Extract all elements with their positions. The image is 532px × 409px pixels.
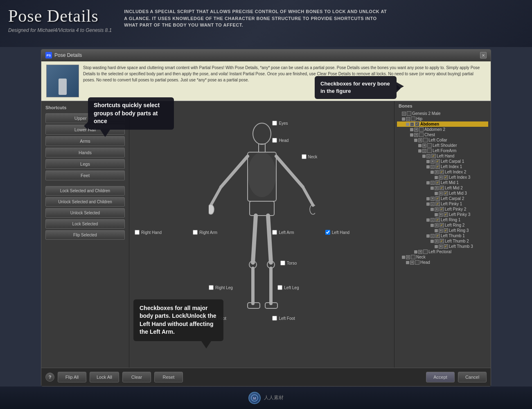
clear-button[interactable]: Clear — [122, 372, 151, 382]
checkbox-left-arm-input[interactable] — [272, 230, 277, 235]
bone-expand-icon[interactable]: - — [406, 117, 410, 121]
reset-button[interactable]: Reset — [154, 372, 183, 382]
checkbox-eyes[interactable]: Eyes — [272, 121, 288, 126]
bone-checkbox[interactable] — [440, 186, 444, 190]
checkbox-right-arm[interactable]: Right Arm — [193, 230, 217, 235]
bone-item[interactable]: +Left Pinky 2 — [397, 207, 488, 212]
checkbox-right-leg[interactable]: Right Leg — [209, 285, 233, 290]
bone-expand-icon[interactable]: + — [439, 175, 443, 180]
bone-expand-icon[interactable]: - — [431, 202, 435, 206]
bone-item[interactable]: +Left Index 2 — [397, 169, 488, 175]
bone-expand-icon[interactable]: - — [431, 234, 435, 238]
bone-expand-icon[interactable]: + — [439, 229, 443, 233]
bone-checkbox[interactable] — [419, 127, 424, 132]
bone-checkbox[interactable] — [440, 207, 444, 211]
shortcut-feet[interactable]: Feet — [45, 171, 125, 180]
bone-checkbox[interactable] — [435, 218, 440, 222]
shortcut-lock-selected-children[interactable]: Lock Selected and Children — [45, 186, 125, 196]
bone-expand-icon[interactable]: - — [410, 122, 414, 126]
bone-checkbox[interactable] — [444, 228, 448, 233]
checkbox-eyes-input[interactable] — [272, 121, 277, 126]
bone-item[interactable]: -Genesis 2 Male — [397, 111, 488, 116]
checkbox-right-leg-input[interactable] — [209, 285, 214, 290]
flip-all-button[interactable]: Flip All — [58, 372, 86, 382]
bone-expand-icon[interactable]: + — [410, 261, 414, 265]
bone-checkbox[interactable] — [440, 170, 444, 174]
bone-item[interactable]: +Left Mid 3 — [397, 191, 488, 196]
checkbox-torso-input[interactable] — [280, 261, 285, 265]
bone-expand-icon[interactable]: + — [435, 170, 439, 174]
bone-checkbox[interactable] — [435, 180, 440, 185]
shortcut-unlock-selected-children[interactable]: Unlock Selected and Children — [45, 197, 125, 207]
bone-checkbox[interactable] — [431, 154, 436, 158]
bone-item[interactable]: +Left Shoulder — [397, 143, 488, 148]
bone-expand-icon[interactable]: + — [414, 133, 418, 137]
shortcut-flip-selected[interactable]: Flip Selected — [45, 230, 125, 240]
bone-item[interactable]: +Neck — [397, 254, 488, 260]
close-button[interactable]: ✕ — [480, 52, 487, 58]
bone-item[interactable]: +Head — [397, 260, 488, 265]
bone-item[interactable]: -Left Index 1 — [397, 164, 488, 169]
bone-checkbox[interactable] — [440, 239, 444, 243]
checkbox-left-foot[interactable]: Left Foot — [272, 316, 295, 321]
checkbox-left-leg[interactable]: Left Leg — [277, 285, 299, 290]
bone-item[interactable]: -Hip — [397, 116, 488, 121]
bone-checkbox[interactable] — [419, 133, 424, 137]
bone-item[interactable]: +Left Thumb 3 — [397, 244, 488, 249]
bone-checkbox[interactable] — [407, 111, 411, 116]
bone-item[interactable]: +Chest — [397, 132, 488, 137]
bone-item[interactable]: +Left Ring 2 — [397, 222, 488, 228]
bone-item[interactable]: -Left Ring 1 — [397, 217, 488, 222]
bone-item[interactable]: +Left Index 3 — [397, 175, 488, 180]
bone-item[interactable]: +Left Thumb 2 — [397, 238, 488, 244]
bone-checkbox[interactable] — [444, 244, 448, 249]
bone-expand-icon[interactable]: - — [431, 218, 435, 222]
bone-checkbox[interactable] — [423, 249, 428, 254]
shortcut-legs[interactable]: Legs — [45, 159, 125, 169]
bone-expand-icon[interactable]: - — [402, 112, 406, 116]
bone-item[interactable]: +Abdomen 2 — [397, 127, 488, 132]
accept-button[interactable]: Accept — [426, 372, 455, 382]
bone-expand-icon[interactable]: + — [418, 138, 422, 142]
bone-item[interactable]: +Left Pinky 3 — [397, 212, 488, 217]
bone-item[interactable]: +Left Carpal 2 — [397, 196, 488, 201]
bone-expand-icon[interactable]: + — [435, 223, 439, 227]
bone-checkbox[interactable] — [435, 202, 440, 206]
bone-checkbox[interactable] — [444, 191, 448, 196]
bone-item[interactable]: -Left ForeArm — [397, 148, 488, 153]
shortcut-arms[interactable]: Arms — [45, 136, 125, 146]
bone-expand-icon[interactable]: - — [426, 154, 431, 158]
checkbox-left-arm[interactable]: Left Arm — [272, 230, 294, 235]
bone-expand-icon[interactable]: + — [435, 186, 439, 190]
checkbox-left-hand-input[interactable] — [325, 230, 330, 235]
bone-expand-icon[interactable]: + — [431, 160, 435, 164]
bone-checkbox[interactable] — [440, 223, 444, 227]
bone-expand-icon[interactable]: + — [435, 207, 439, 211]
checkbox-right-arm-input[interactable] — [193, 230, 198, 235]
bone-item[interactable]: -Left Thumb 1 — [397, 233, 488, 238]
cancel-button[interactable]: Cancel — [458, 372, 487, 382]
bone-checkbox[interactable] — [435, 159, 440, 164]
bone-item[interactable]: -Left Mid 1 — [397, 180, 488, 185]
checkbox-torso[interactable]: Torso — [280, 261, 297, 265]
bone-expand-icon[interactable]: - — [422, 149, 426, 153]
bone-expand-icon[interactable]: + — [439, 213, 443, 217]
checkbox-left-hand[interactable]: Left Hand — [325, 230, 349, 235]
bone-expand-icon[interactable]: + — [431, 197, 435, 201]
bone-checkbox[interactable] — [427, 143, 432, 148]
shortcut-unlock-selected[interactable]: Unlock Selected — [45, 208, 125, 218]
bone-item[interactable]: -Left Pinky 1 — [397, 201, 488, 207]
checkbox-left-foot-input[interactable] — [272, 316, 277, 321]
checkbox-head[interactable]: Head — [272, 138, 289, 143]
bone-expand-icon[interactable]: + — [418, 250, 422, 254]
bone-item[interactable]: +Left Mid 2 — [397, 185, 488, 191]
bone-checkbox[interactable] — [415, 122, 419, 126]
bone-item[interactable]: +Left Pectoral — [397, 249, 488, 254]
bone-expand-icon[interactable]: + — [422, 144, 426, 148]
checkbox-left-leg-input[interactable] — [277, 285, 282, 290]
checkbox-right-hand-input[interactable] — [135, 230, 140, 235]
bone-checkbox[interactable] — [427, 148, 432, 153]
bone-expand-icon[interactable]: + — [406, 255, 410, 259]
bone-item[interactable]: -Abdomen — [397, 121, 488, 127]
bone-checkbox[interactable] — [415, 260, 419, 265]
